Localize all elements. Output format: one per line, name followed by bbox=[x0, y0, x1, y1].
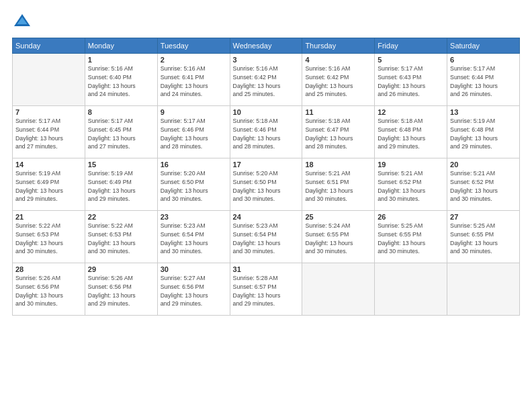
day-info: Sunrise: 5:21 AMSunset: 6:52 PMDaylight:… bbox=[450, 169, 517, 203]
day-info: Sunrise: 5:25 AMSunset: 6:55 PMDaylight:… bbox=[450, 222, 517, 256]
day-info: Sunrise: 5:16 AMSunset: 6:42 PMDaylight:… bbox=[305, 64, 371, 99]
calendar-header-row: SundayMondayTuesdayWednesdayThursdayFrid… bbox=[13, 38, 520, 54]
calendar-day-header: Wednesday bbox=[230, 38, 302, 54]
day-number: 25 bbox=[305, 213, 371, 221]
day-number: 20 bbox=[450, 161, 517, 169]
calendar-cell: 31Sunrise: 5:28 AMSunset: 6:57 PMDayligh… bbox=[230, 263, 302, 316]
day-info: Sunrise: 5:17 AMSunset: 6:46 PMDaylight:… bbox=[161, 117, 227, 151]
day-number: 12 bbox=[378, 108, 444, 116]
calendar-cell: 5Sunrise: 5:17 AMSunset: 6:43 PMDaylight… bbox=[375, 54, 447, 106]
logo-icon bbox=[12, 12, 32, 32]
calendar-cell: 19Sunrise: 5:21 AMSunset: 6:52 PMDayligh… bbox=[375, 158, 447, 211]
day-number: 31 bbox=[233, 265, 300, 273]
calendar-day-header: Tuesday bbox=[157, 38, 230, 54]
calendar-cell bbox=[13, 54, 85, 106]
day-info: Sunrise: 5:23 AMSunset: 6:54 PMDaylight:… bbox=[161, 222, 227, 256]
day-number: 22 bbox=[88, 213, 154, 221]
calendar-cell: 2Sunrise: 5:16 AMSunset: 6:41 PMDaylight… bbox=[157, 54, 230, 106]
calendar-table: SundayMondayTuesdayWednesdayThursdayFrid… bbox=[12, 38, 520, 316]
day-number: 24 bbox=[233, 213, 300, 221]
calendar-day-header: Thursday bbox=[302, 38, 375, 54]
calendar-cell: 27Sunrise: 5:25 AMSunset: 6:55 PMDayligh… bbox=[447, 211, 520, 263]
day-number: 11 bbox=[305, 108, 371, 116]
day-number: 6 bbox=[450, 56, 517, 64]
day-info: Sunrise: 5:26 AMSunset: 6:56 PMDaylight:… bbox=[15, 274, 82, 308]
day-number: 16 bbox=[161, 161, 227, 169]
calendar-cell: 9Sunrise: 5:17 AMSunset: 6:46 PMDaylight… bbox=[157, 106, 230, 158]
calendar-week-row: 28Sunrise: 5:26 AMSunset: 6:56 PMDayligh… bbox=[13, 263, 520, 316]
logo bbox=[12, 12, 35, 32]
calendar-cell: 10Sunrise: 5:18 AMSunset: 6:46 PMDayligh… bbox=[230, 106, 302, 158]
day-info: Sunrise: 5:18 AMSunset: 6:47 PMDaylight:… bbox=[305, 117, 371, 151]
calendar-cell: 22Sunrise: 5:22 AMSunset: 6:53 PMDayligh… bbox=[85, 211, 157, 263]
calendar-cell: 17Sunrise: 5:20 AMSunset: 6:50 PMDayligh… bbox=[230, 158, 302, 211]
day-number: 15 bbox=[88, 161, 154, 169]
header bbox=[12, 12, 520, 32]
calendar-week-row: 1Sunrise: 5:16 AMSunset: 6:40 PMDaylight… bbox=[13, 54, 520, 106]
calendar-day-header: Sunday bbox=[13, 38, 85, 54]
day-number: 8 bbox=[88, 108, 154, 116]
calendar-cell: 3Sunrise: 5:16 AMSunset: 6:42 PMDaylight… bbox=[230, 54, 302, 106]
day-info: Sunrise: 5:21 AMSunset: 6:52 PMDaylight:… bbox=[378, 169, 444, 203]
day-number: 9 bbox=[161, 108, 227, 116]
day-number: 28 bbox=[15, 265, 82, 273]
day-number: 10 bbox=[233, 108, 300, 116]
day-number: 23 bbox=[161, 213, 227, 221]
day-info: Sunrise: 5:18 AMSunset: 6:48 PMDaylight:… bbox=[378, 117, 444, 151]
day-number: 27 bbox=[450, 213, 517, 221]
day-info: Sunrise: 5:16 AMSunset: 6:41 PMDaylight:… bbox=[161, 64, 227, 99]
calendar-cell bbox=[447, 263, 520, 316]
calendar-cell: 6Sunrise: 5:17 AMSunset: 6:44 PMDaylight… bbox=[447, 54, 520, 106]
calendar-cell: 8Sunrise: 5:17 AMSunset: 6:45 PMDaylight… bbox=[85, 106, 157, 158]
day-info: Sunrise: 5:21 AMSunset: 6:51 PMDaylight:… bbox=[305, 169, 371, 203]
day-info: Sunrise: 5:26 AMSunset: 6:56 PMDaylight:… bbox=[88, 274, 154, 308]
day-number: 5 bbox=[378, 56, 444, 64]
day-info: Sunrise: 5:17 AMSunset: 6:43 PMDaylight:… bbox=[378, 64, 444, 99]
day-info: Sunrise: 5:22 AMSunset: 6:53 PMDaylight:… bbox=[15, 222, 82, 256]
day-number: 14 bbox=[15, 161, 82, 169]
calendar-cell: 25Sunrise: 5:24 AMSunset: 6:55 PMDayligh… bbox=[302, 211, 375, 263]
day-info: Sunrise: 5:19 AMSunset: 6:48 PMDaylight:… bbox=[450, 117, 517, 151]
day-number: 29 bbox=[88, 265, 154, 273]
day-number: 1 bbox=[88, 56, 154, 64]
day-info: Sunrise: 5:23 AMSunset: 6:54 PMDaylight:… bbox=[233, 222, 300, 256]
day-info: Sunrise: 5:19 AMSunset: 6:49 PMDaylight:… bbox=[88, 169, 154, 203]
day-info: Sunrise: 5:16 AMSunset: 6:42 PMDaylight:… bbox=[233, 64, 300, 99]
day-number: 17 bbox=[233, 161, 300, 169]
calendar-week-row: 14Sunrise: 5:19 AMSunset: 6:49 PMDayligh… bbox=[13, 158, 520, 211]
day-number: 7 bbox=[15, 108, 82, 116]
day-number: 18 bbox=[305, 161, 371, 169]
day-number: 30 bbox=[161, 265, 227, 273]
day-number: 19 bbox=[378, 161, 444, 169]
calendar-day-header: Monday bbox=[85, 38, 157, 54]
calendar-cell bbox=[302, 263, 375, 316]
calendar-week-row: 21Sunrise: 5:22 AMSunset: 6:53 PMDayligh… bbox=[13, 211, 520, 263]
calendar-cell: 29Sunrise: 5:26 AMSunset: 6:56 PMDayligh… bbox=[85, 263, 157, 316]
calendar-cell: 11Sunrise: 5:18 AMSunset: 6:47 PMDayligh… bbox=[302, 106, 375, 158]
day-info: Sunrise: 5:20 AMSunset: 6:50 PMDaylight:… bbox=[233, 169, 300, 203]
calendar-cell: 30Sunrise: 5:27 AMSunset: 6:56 PMDayligh… bbox=[157, 263, 230, 316]
page: SundayMondayTuesdayWednesdayThursdayFrid… bbox=[0, 0, 532, 411]
calendar-cell: 20Sunrise: 5:21 AMSunset: 6:52 PMDayligh… bbox=[447, 158, 520, 211]
calendar-cell: 7Sunrise: 5:17 AMSunset: 6:44 PMDaylight… bbox=[13, 106, 85, 158]
day-info: Sunrise: 5:19 AMSunset: 6:49 PMDaylight:… bbox=[15, 169, 82, 203]
calendar-cell: 13Sunrise: 5:19 AMSunset: 6:48 PMDayligh… bbox=[447, 106, 520, 158]
day-info: Sunrise: 5:17 AMSunset: 6:44 PMDaylight:… bbox=[450, 64, 517, 99]
calendar-cell: 18Sunrise: 5:21 AMSunset: 6:51 PMDayligh… bbox=[302, 158, 375, 211]
day-number: 13 bbox=[450, 108, 517, 116]
calendar-cell: 24Sunrise: 5:23 AMSunset: 6:54 PMDayligh… bbox=[230, 211, 302, 263]
day-info: Sunrise: 5:16 AMSunset: 6:40 PMDaylight:… bbox=[88, 64, 154, 99]
calendar-cell bbox=[375, 263, 447, 316]
day-info: Sunrise: 5:17 AMSunset: 6:44 PMDaylight:… bbox=[15, 117, 82, 151]
day-info: Sunrise: 5:24 AMSunset: 6:55 PMDaylight:… bbox=[305, 222, 371, 256]
calendar-day-header: Saturday bbox=[447, 38, 520, 54]
day-info: Sunrise: 5:17 AMSunset: 6:45 PMDaylight:… bbox=[88, 117, 154, 151]
day-number: 2 bbox=[161, 56, 227, 64]
day-info: Sunrise: 5:22 AMSunset: 6:53 PMDaylight:… bbox=[88, 222, 154, 256]
day-info: Sunrise: 5:25 AMSunset: 6:55 PMDaylight:… bbox=[378, 222, 444, 256]
calendar-cell: 26Sunrise: 5:25 AMSunset: 6:55 PMDayligh… bbox=[375, 211, 447, 263]
calendar-cell: 12Sunrise: 5:18 AMSunset: 6:48 PMDayligh… bbox=[375, 106, 447, 158]
calendar-cell: 23Sunrise: 5:23 AMSunset: 6:54 PMDayligh… bbox=[157, 211, 230, 263]
calendar-cell: 15Sunrise: 5:19 AMSunset: 6:49 PMDayligh… bbox=[85, 158, 157, 211]
calendar-cell: 16Sunrise: 5:20 AMSunset: 6:50 PMDayligh… bbox=[157, 158, 230, 211]
